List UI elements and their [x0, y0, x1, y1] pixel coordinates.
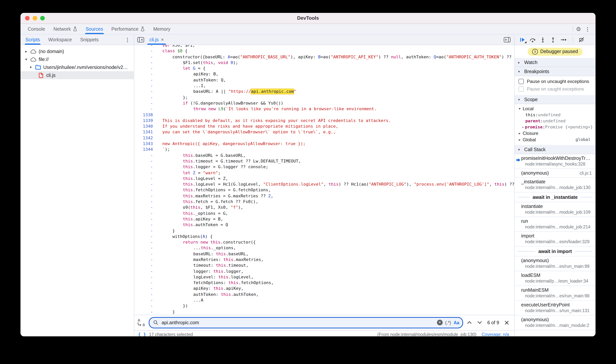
line-gutter[interactable]: 1340 — [134, 123, 153, 129]
chevron-down-icon[interactable]: ▾ — [518, 107, 521, 110]
scope-prop-promise[interactable]: ▸promise: Promise {<pending>} — [515, 124, 596, 130]
line-gutter[interactable]: - — [134, 193, 153, 199]
regex-toggle[interactable]: (.*) — [445, 320, 451, 325]
line-gutter[interactable]: - — [134, 210, 153, 216]
callstack-frame[interactable]: runnode:internal/m…module_job:214 — [515, 217, 596, 232]
line-gutter[interactable]: 1341 — [134, 129, 153, 135]
more-menu-icon[interactable]: ⋮ — [583, 26, 592, 32]
collapse-left-panel-icon[interactable] — [137, 37, 144, 42]
line-gutter[interactable]: - — [134, 60, 153, 66]
line-gutter[interactable]: - — [134, 187, 153, 193]
scope-prop-parent[interactable]: parent: undefined — [515, 118, 596, 124]
line-gutter[interactable]: 1344 — [134, 147, 153, 153]
tree-item--no-domain-[interactable]: ▸(no domain) — [20, 47, 134, 55]
chevron-down-icon[interactable]: ▾ — [24, 57, 28, 61]
callstack-frame[interactable]: importnode:internal/m…esm/loader:329 — [515, 232, 596, 247]
line-gutter[interactable]: - — [134, 205, 153, 211]
callstack-frame[interactable]: executeUserEntryPointnode:internal/m…s/r… — [515, 301, 596, 315]
chevron-right-icon[interactable]: ▸ — [518, 131, 521, 135]
navigator-more-icon[interactable]: ⋮ — [123, 37, 132, 43]
line-gutter[interactable]: - — [134, 182, 153, 187]
line-gutter[interactable]: - — [134, 199, 153, 205]
scope-group-closure[interactable]: ▸Closure — [515, 130, 596, 136]
match-case-toggle[interactable]: Aa — [454, 320, 459, 325]
callstack-frame[interactable]: loadESMnode:internal/p…/esm_loader:34 — [515, 271, 596, 286]
tree-item-file-[interactable]: ▾file:// — [20, 55, 134, 63]
line-gutter[interactable]: - — [134, 158, 153, 164]
breakpoint-option[interactable]: Pause on uncaught exceptions — [515, 78, 596, 85]
line-gutter[interactable]: - — [134, 268, 153, 274]
chevron-right-icon[interactable]: ▸ — [518, 138, 521, 142]
line-gutter[interactable]: - — [134, 216, 153, 222]
search-input[interactable] — [161, 320, 434, 326]
main-tab-console[interactable]: Console — [24, 24, 49, 34]
line-gutter[interactable]: - — [134, 297, 153, 303]
callstack-frame[interactable]: instantiatenode:internal/m…module_job:10… — [515, 202, 596, 217]
line-gutter[interactable]: - — [134, 257, 153, 263]
navigator-tab-snippets[interactable]: Snippets — [76, 35, 103, 45]
line-gutter[interactable]: - — [134, 54, 153, 60]
line-gutter[interactable]: - — [134, 65, 153, 71]
line-gutter[interactable]: - — [134, 45, 153, 48]
callstack-frame[interactable]: promiseInitHookWithDestroyTr…node:intern… — [515, 154, 596, 169]
line-gutter[interactable]: - — [134, 274, 153, 280]
chevron-right-icon[interactable]: ▸ — [24, 49, 28, 53]
scope-group-global[interactable]: ▸Globalglobal — [515, 136, 596, 143]
callstack-frame[interactable]: (anonymous)cli.js:1 — [515, 169, 596, 178]
collapse-right-panel-icon[interactable] — [504, 37, 511, 42]
main-tab-memory[interactable]: Memory — [149, 24, 174, 34]
close-find-icon[interactable] — [504, 320, 509, 325]
line-gutter[interactable]: - — [134, 222, 153, 228]
deactivate-breakpoints-icon[interactable] — [578, 37, 585, 43]
step-out-icon[interactable] — [550, 37, 556, 43]
line-gutter[interactable]: - — [134, 48, 153, 54]
line-gutter[interactable]: - — [134, 234, 153, 240]
line-gutter[interactable]: - — [134, 94, 153, 100]
step-over-icon[interactable] — [530, 37, 536, 43]
line-gutter[interactable]: - — [134, 239, 153, 245]
line-gutter[interactable]: - — [134, 309, 153, 315]
line-gutter[interactable]: - — [134, 164, 153, 170]
line-gutter[interactable]: - — [134, 228, 153, 234]
scope-prop-this[interactable]: this: undefined — [515, 112, 596, 118]
line-gutter[interactable]: 1338 — [134, 112, 153, 118]
line-gutter[interactable]: 1343 — [134, 141, 153, 147]
line-gutter[interactable]: - — [134, 100, 153, 106]
checkbox[interactable] — [518, 79, 524, 84]
line-gutter[interactable]: - — [134, 77, 153, 83]
editor-tab-clijs[interactable]: cli.js × — [146, 35, 168, 45]
line-gutter[interactable]: - — [134, 89, 153, 95]
step-into-icon[interactable] — [540, 37, 546, 43]
search-box[interactable]: ✕ (.*) Aa — [149, 317, 463, 328]
chevron-up-icon[interactable] — [467, 321, 472, 325]
breakpoint-option[interactable]: Pause on caught exceptions — [515, 85, 596, 93]
callstack-frame[interactable]: _instantiatenode:internal/m…module_job:1… — [515, 178, 596, 192]
line-gutter[interactable]: - — [134, 263, 153, 269]
chevron-down-icon[interactable] — [477, 321, 482, 325]
line-gutter[interactable]: - — [134, 280, 153, 286]
line-gutter[interactable]: 1342 — [134, 135, 153, 141]
line-gutter[interactable]: - — [134, 106, 153, 112]
step-icon[interactable] — [560, 37, 567, 43]
navigator-tab-scripts[interactable]: Scripts — [21, 35, 44, 45]
chevron-down-icon[interactable]: ▾ — [29, 65, 33, 69]
pretty-print-icon[interactable]: { } — [138, 332, 146, 336]
scope-group-local[interactable]: ▾Local — [515, 105, 596, 112]
section-callstack[interactable]: ▾ Call Stack — [515, 145, 596, 154]
code-editor[interactable]: -var X50, $F1;-class $8 {-constructor({b… — [134, 45, 514, 315]
section-watch[interactable]: ▸ Watch — [515, 58, 596, 67]
line-gutter[interactable]: - — [134, 286, 153, 292]
line-gutter[interactable]: - — [134, 71, 153, 77]
section-scope[interactable]: ▾ Scope — [515, 95, 596, 104]
chevron-right-icon[interactable]: ▸ — [521, 125, 525, 129]
line-gutter[interactable]: - — [134, 292, 153, 298]
tree-item-users-jinhuilee-nvm-versions-node-v2-[interactable]: ▾Users/jinhuilee/.nvm/versions/node/v2… — [20, 63, 134, 71]
line-gutter[interactable]: - — [134, 251, 153, 257]
resume-icon[interactable] — [519, 37, 525, 43]
line-gutter[interactable]: - — [134, 303, 153, 309]
main-tab-network[interactable]: Network — [49, 24, 82, 34]
callstack-frame[interactable]: (anonymous)node:internal/m…main_module:2 — [515, 315, 596, 330]
close-tab-icon[interactable]: × — [161, 37, 164, 42]
callstack-frame[interactable]: runMainESMnode:internal/m…es/run_main:98 — [515, 286, 596, 301]
callstack-frame[interactable]: (anonymous)node:internal/m…es/run_main:9… — [515, 256, 596, 271]
